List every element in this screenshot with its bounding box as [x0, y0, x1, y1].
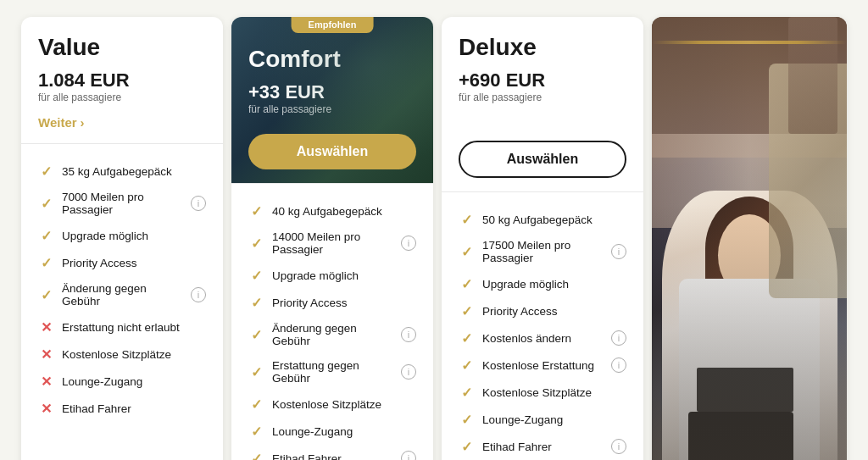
feature-text: Upgrade möglich — [272, 269, 359, 282]
list-item: ✓Etihad Fahreri — [459, 433, 626, 460]
list-item: ✓Lounge-Zugang — [248, 418, 416, 445]
deluxe-price-sub: für alle passagiere — [459, 91, 626, 103]
feature-text: Erstattung gegen Gebühr — [272, 359, 392, 385]
value-header: Value 1.084 EUR für alle passagiere Weit… — [21, 17, 223, 143]
check-icon: ✓ — [459, 276, 474, 291]
comfort-price-sub: für alle passagiere — [248, 103, 416, 115]
recommended-badge: Empfohlen — [292, 17, 374, 33]
feature-text: Etihad Fahrer — [482, 441, 552, 453]
list-item: ✓17500 Meilen pro Passagieri — [459, 233, 626, 270]
check-icon: ✓ — [248, 268, 264, 283]
check-icon: ✓ — [459, 303, 474, 319]
feature-text: 50 kg Aufgabegepäck — [482, 213, 593, 226]
value-card: Value 1.084 EUR für alle passagiere Weit… — [21, 17, 223, 460]
value-price: 1.084 EUR — [38, 69, 206, 91]
info-icon[interactable]: i — [611, 330, 626, 346]
feature-text: Lounge-Zugang — [482, 413, 563, 426]
feature-text: 40 kg Aufgabegepäck — [272, 205, 382, 218]
feature-text: Etihad Fahrer — [62, 402, 131, 415]
list-item: ✓Lounge-Zugang — [459, 406, 626, 433]
deluxe-card: Deluxe +690 EUR für alle passagiere Ausw… — [442, 17, 643, 460]
list-item: ✓Priority Access — [248, 289, 416, 316]
check-icon: ✓ — [459, 330, 474, 346]
deluxe-price: +690 EUR — [459, 69, 626, 91]
list-item: ✓Erstattung gegen Gebühri — [248, 353, 416, 391]
check-icon: ✓ — [459, 385, 474, 400]
feature-text: Upgrade möglich — [482, 278, 569, 291]
list-item: ✓Änderung gegen Gebühri — [38, 276, 206, 313]
cross-icon: ✕ — [38, 374, 53, 389]
feature-text: Kostenlose Sitzplätze — [62, 348, 171, 361]
feature-text: Lounge-Zugang — [272, 425, 353, 438]
list-item: ✓Priority Access — [38, 249, 206, 276]
check-icon: ✓ — [248, 396, 264, 412]
info-icon[interactable]: i — [191, 287, 206, 302]
list-item: ✓7000 Meilen pro Passagieri — [38, 185, 206, 222]
check-icon: ✓ — [38, 228, 53, 243]
check-icon: ✓ — [38, 196, 53, 211]
feature-text: Upgrade möglich — [62, 230, 148, 242]
check-icon: ✓ — [459, 412, 474, 427]
info-icon[interactable]: i — [401, 327, 416, 342]
value-price-sub: für alle passagiere — [38, 91, 206, 103]
check-icon: ✓ — [459, 244, 474, 259]
deluxe-features-list: ✓50 kg Aufgabegepäck✓17500 Meilen pro Pa… — [442, 192, 643, 460]
deluxe-title: Deluxe — [459, 34, 626, 61]
comfort-title: Comfort — [248, 46, 416, 73]
comfort-header: Empfohlen Comfort +33 EUR für alle passa… — [231, 17, 433, 183]
value-title: Value — [38, 34, 206, 61]
check-icon: ✓ — [248, 203, 264, 219]
feature-text: Kostenlos ändern — [482, 332, 571, 345]
list-item: ✓Kostenlos änderni — [459, 324, 626, 352]
info-icon[interactable]: i — [401, 451, 416, 460]
feature-text: 14000 Meilen pro Passagier — [272, 230, 392, 256]
info-icon[interactable]: i — [611, 244, 626, 259]
list-item: ✓Priority Access — [459, 297, 626, 324]
list-item: ✓35 kg Aufgabegepäck — [38, 158, 206, 185]
feature-text: 17500 Meilen pro Passagier — [482, 239, 603, 264]
feature-text: Kostenlose Erstattung — [482, 359, 594, 372]
list-item: ✕Kostenlose Sitzplätze — [38, 341, 206, 368]
cabin-image-card — [652, 17, 847, 460]
check-icon: ✓ — [248, 236, 264, 251]
value-features-list: ✓35 kg Aufgabegepäck✓7000 Meilen pro Pas… — [21, 144, 223, 460]
feature-text: Priority Access — [272, 297, 348, 309]
feature-text: 7000 Meilen pro Passagier — [62, 191, 182, 216]
check-icon: ✓ — [248, 424, 264, 439]
info-icon[interactable]: i — [611, 357, 626, 373]
list-item: ✕Lounge-Zugang — [38, 368, 206, 395]
list-item: ✓Upgrade möglich — [459, 270, 626, 297]
list-item: ✓Kostenlose Sitzplätze — [459, 379, 626, 406]
info-icon[interactable]: i — [401, 364, 416, 380]
check-icon: ✓ — [38, 287, 53, 302]
list-item: ✓Kostenlose Sitzplätze — [248, 391, 416, 418]
cross-icon: ✕ — [38, 319, 53, 335]
list-item: ✓Etihad Fahreri — [248, 445, 416, 460]
comfort-price: +33 EUR — [248, 81, 416, 103]
list-item: ✓Upgrade möglich — [248, 262, 416, 289]
check-icon: ✓ — [248, 364, 264, 380]
list-item: ✓Upgrade möglich — [38, 222, 206, 249]
comfort-card: Empfohlen Comfort +33 EUR für alle passa… — [231, 17, 433, 460]
feature-text: Kostenlose Sitzplätze — [272, 398, 381, 411]
cross-icon: ✕ — [38, 401, 53, 416]
cross-icon: ✕ — [38, 346, 53, 362]
cabin-image — [652, 17, 847, 460]
feature-text: Kostenlose Sitzplätze — [482, 386, 592, 399]
check-icon: ✓ — [248, 327, 264, 342]
info-icon[interactable]: i — [611, 439, 626, 454]
check-icon: ✓ — [459, 212, 474, 227]
list-item: ✓50 kg Aufgabegepäck — [459, 206, 626, 233]
info-icon[interactable]: i — [401, 236, 416, 251]
feature-text: Etihad Fahrer — [272, 452, 342, 460]
deluxe-header: Deluxe +690 EUR für alle passagiere Ausw… — [442, 17, 643, 191]
cards-container: Value 1.084 EUR für alle passagiere Weit… — [8, 8, 860, 460]
list-item: ✓14000 Meilen pro Passagieri — [248, 224, 416, 262]
comfort-auswahlen-button[interactable]: Auswählen — [248, 134, 416, 169]
feature-text: Priority Access — [482, 305, 558, 318]
feature-text: Änderung gegen Gebühr — [62, 282, 182, 308]
info-icon[interactable]: i — [191, 196, 206, 211]
deluxe-auswahlen-button[interactable]: Auswählen — [459, 141, 626, 178]
value-weiter-button[interactable]: Weiter › — [38, 115, 85, 130]
feature-text: 35 kg Aufgabegepäck — [62, 165, 172, 178]
